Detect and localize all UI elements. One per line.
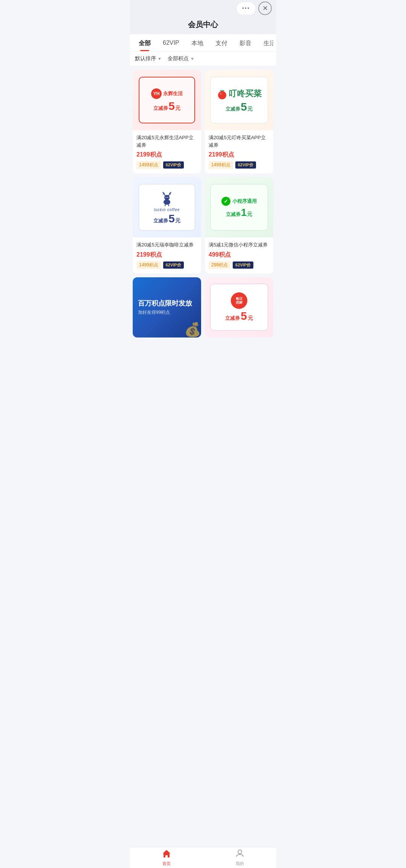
- yonghui-logo-circle: YH: [151, 88, 162, 99]
- yonghui-points-main: 2199积点: [136, 151, 197, 159]
- svg-marker-9: [163, 850, 170, 853]
- card-meiri-image: 每日 优鲜 立减券 5 元: [205, 277, 273, 337]
- luckin-points-main: 2199积点: [136, 251, 197, 259]
- yonghui-amount-unit: 元: [175, 105, 180, 112]
- luckin-coupon-box: luckin coffee 立减券 5 元: [139, 184, 195, 231]
- wechat-coupon-label: 立减券: [226, 211, 241, 218]
- dingdong-card-title: 满20减5元叮咚买菜APP立减券: [209, 134, 270, 149]
- dingdong-points-row: 1499积点 62VIP价: [209, 161, 270, 169]
- svg-point-0: [218, 91, 226, 99]
- tab-bar: 全部 62VIP 本地 支付 影音 生活 ≡: [130, 34, 276, 52]
- wechat-points-main: 499积点: [209, 251, 270, 259]
- card-luckin-image: luckin coffee 立减券 5 元: [133, 177, 201, 237]
- luckin-card-title: 满20减5元瑞幸咖啡立减券: [136, 241, 197, 249]
- card-wechat-body: 满5减1元微信小程序立减券 499积点 299积点 62VIP价: [205, 237, 273, 274]
- card-meiri[interactable]: 每日 优鲜 立减券 5 元: [205, 277, 273, 337]
- card-wechat-image: ✓ 小程序通用 立减券 1 元: [205, 177, 273, 237]
- yonghui-coupon-amount: 立减券 5 元: [153, 100, 180, 112]
- svg-line-6: [165, 204, 165, 206]
- meiri-coupon-label: 立减券: [225, 315, 240, 322]
- meiri-logo: 每日 优鲜: [231, 292, 247, 309]
- filter-bar: 默认排序 ▼ 全部积点 ▼: [130, 52, 276, 66]
- banner-coins-icon: 💰: [184, 322, 201, 337]
- luckin-amount-unit: 元: [175, 217, 180, 224]
- dingdong-tag-vip: 62VIP价: [235, 161, 256, 169]
- nav-mine[interactable]: 我的: [203, 847, 276, 868]
- yonghui-amount-num: 5: [168, 100, 175, 112]
- meiri-amount-num: 5: [241, 310, 247, 322]
- tab-local[interactable]: 本地: [185, 34, 209, 51]
- card-yonghui[interactable]: YH 永辉生活 立减券 5 元 满20减5元永辉生活APP立减券 2199积点 …: [133, 70, 201, 173]
- luckin-coupon-label: 立减券: [153, 217, 168, 224]
- wechat-brand-text: 小程序通用: [232, 198, 257, 205]
- wechat-check-icon: ✓: [221, 197, 230, 206]
- wechat-tag-vip: 62VIP价: [233, 261, 253, 269]
- wechat-amount-unit: 元: [247, 211, 252, 218]
- card-luckin-body: 满20减5元瑞幸咖啡立减券 2199积点 1499积点 62VIP价: [133, 237, 201, 274]
- dingdong-tomato-icon: [217, 88, 227, 100]
- tab-pay[interactable]: 支付: [209, 34, 233, 51]
- menu-dots-button[interactable]: ···: [237, 2, 255, 15]
- yonghui-coupon-label: 立减券: [153, 105, 168, 112]
- meiri-coupon-amount: 立减券 5 元: [225, 310, 253, 322]
- dingdong-points-main: 2199积点: [209, 151, 270, 159]
- dingdong-coupon-amount: 立减券 5 元: [226, 101, 253, 112]
- meiri-coupon-box: 每日 优鲜 立减券 5 元: [210, 284, 268, 331]
- luckin-tag-vip: 62VIP价: [163, 261, 184, 269]
- dingdong-amount-num: 5: [241, 101, 247, 112]
- svg-point-2: [164, 199, 170, 205]
- card-luckin[interactable]: luckin coffee 立减券 5 元 满20减5元瑞幸咖啡立减券 2199…: [133, 177, 201, 274]
- dingdong-logo: 叮咚买菜: [217, 88, 262, 100]
- card-wechat[interactable]: ✓ 小程序通用 立减券 1 元 满5减1元微信小程序立减券 499积点 299积…: [205, 177, 273, 274]
- tab-media[interactable]: 影音: [233, 34, 258, 51]
- svg-point-11: [238, 850, 242, 854]
- luckin-coupon-amount: 立减券 5 元: [153, 213, 180, 224]
- points-filter-button[interactable]: 全部积点 ▼: [168, 55, 194, 62]
- dingdong-tag-normal: 1499积点: [209, 161, 233, 169]
- card-yonghui-body: 满20减5元永辉生活APP立减券 2199积点 1499积点 62VIP价: [133, 130, 201, 173]
- luckin-points-row: 1499积点 62VIP价: [136, 261, 197, 269]
- card-dingdong-body: 满20减5元叮咚买菜APP立减券 2199积点 1499积点 62VIP价: [205, 130, 273, 173]
- wechat-points-row: 299积点 62VIP价: [209, 261, 270, 269]
- points-filter-label: 全部积点: [168, 55, 189, 62]
- luckin-deer-icon: [159, 190, 175, 207]
- svg-rect-10: [165, 855, 168, 857]
- sort-chevron-icon: ▼: [158, 56, 162, 61]
- meiri-amount-unit: 元: [248, 315, 253, 322]
- card-dingdong[interactable]: 叮咚买菜 立减券 5 元 满20减5元叮咚买菜APP立减券 2199积点 149…: [205, 70, 273, 173]
- banner-card[interactable]: 百万积点限时发放 加好友得99积点 💰: [133, 277, 201, 337]
- nav-home[interactable]: 首页: [130, 847, 203, 868]
- svg-point-1: [220, 93, 221, 94]
- close-button[interactable]: ✕: [258, 2, 272, 15]
- dingdong-brand-text: 叮咚买菜: [229, 88, 262, 99]
- home-label: 首页: [162, 861, 171, 866]
- wechat-card-title: 满5减1元微信小程序立减券: [209, 241, 270, 249]
- tab-all[interactable]: 全部: [133, 34, 157, 51]
- home-icon: [162, 849, 171, 860]
- card-dingdong-image: 叮咚买菜 立减券 5 元: [205, 70, 273, 130]
- yonghui-points-row: 1499积点 62VIP价: [136, 161, 197, 169]
- wechat-amount-num: 1: [241, 207, 247, 218]
- status-bar: ··· ✕: [130, 0, 276, 17]
- yonghui-card-title: 满20减5元永辉生活APP立减券: [136, 134, 197, 149]
- dingdong-amount-unit: 元: [247, 106, 253, 112]
- tab-life[interactable]: 生活: [258, 34, 273, 51]
- yonghui-logo: YH 永辉生活: [151, 88, 183, 99]
- product-grid: YH 永辉生活 立减券 5 元 满20减5元永辉生活APP立减券 2199积点 …: [130, 66, 276, 341]
- tab-62vip[interactable]: 62VIP: [157, 34, 185, 51]
- person-icon: [236, 849, 244, 860]
- card-yonghui-image: YH 永辉生活 立减券 5 元: [133, 70, 201, 130]
- sort-filter-button[interactable]: 默认排序 ▼: [135, 55, 162, 62]
- wechat-tag-normal: 299积点: [209, 261, 230, 269]
- svg-line-7: [168, 204, 169, 206]
- svg-point-4: [165, 197, 166, 198]
- luckin-brand-text: luckin coffee: [154, 208, 180, 212]
- banner-subtitle: 加好友得99积点: [138, 309, 170, 316]
- bottom-navigation: 首页 我的: [130, 847, 276, 868]
- dingdong-coupon-label: 立减券: [226, 106, 240, 112]
- dingdong-coupon-box: 叮咚买菜 立减券 5 元: [210, 77, 268, 124]
- banner-title: 百万积点限时发放: [138, 299, 192, 308]
- yonghui-tag-normal: 1499积点: [136, 161, 161, 169]
- wechat-coupon-box: ✓ 小程序通用 立减券 1 元: [210, 184, 268, 231]
- mine-label: 我的: [236, 861, 244, 866]
